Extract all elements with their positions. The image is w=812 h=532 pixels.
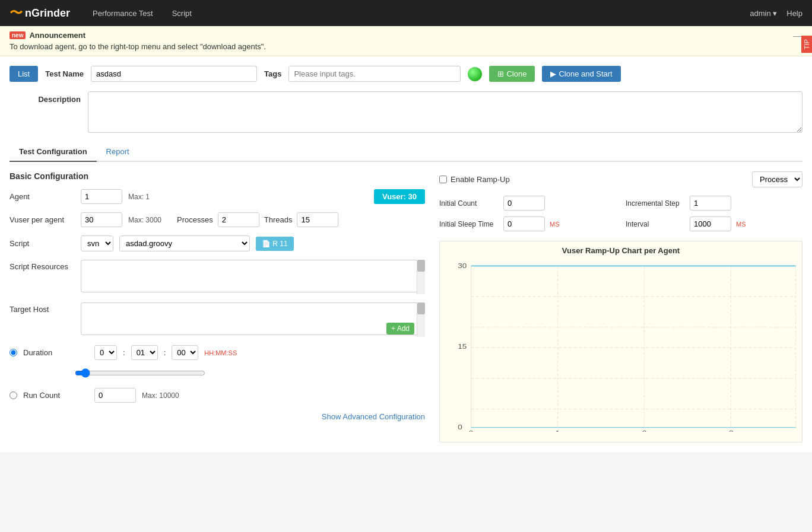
svg-text:0: 0 (469, 429, 474, 432)
agent-row: Agent Max: 1 Vuser: 30 (9, 189, 425, 204)
clone-icon: ⊞ (497, 69, 504, 78)
interval-group: Interval MS (626, 216, 803, 231)
time-format-label: HH:MM:SS (204, 349, 237, 356)
vuser-badge: Vuser: 30 (374, 189, 425, 204)
duration-hours-select[interactable]: 0 (94, 345, 117, 360)
initial-sleep-ms-label: MS (550, 221, 560, 228)
clone-and-start-button[interactable]: ▶ Clone and Start (542, 66, 620, 82)
chart-area: 30 15 0 (445, 260, 797, 432)
initial-count-group: Initial Count (439, 196, 616, 211)
script-name-select[interactable]: asdad.groovy (119, 235, 250, 251)
duration-row: Duration 0 : 01 : 00 HH:MM:SS (9, 345, 425, 360)
duration-label: Duration (23, 348, 88, 357)
ramp-up-checkbox-group: Enable Ramp-Up (439, 175, 510, 184)
ramp-up-chart: Vuser Ramp-Up Chart per Agent 30 15 0 (439, 241, 803, 442)
interval-input[interactable] (690, 216, 731, 231)
chart-svg: 30 15 0 (445, 260, 797, 432)
navbar: 〜 nGrinder Performance Test Script admin… (0, 0, 812, 26)
threads-input[interactable] (297, 212, 338, 227)
vuser-per-agent-max-label: Max: 3000 (128, 216, 161, 224)
admin-menu[interactable]: admin ▾ (750, 9, 777, 18)
nav-links: Performance Test Script (84, 2, 750, 25)
run-count-row: Run Count Max: 10000 (9, 388, 425, 403)
chart-title: Vuser Ramp-Up Chart per Agent (445, 246, 797, 255)
ramp-type-select[interactable]: Process Thread (752, 171, 803, 187)
agent-input[interactable] (81, 189, 122, 204)
description-label: Description (9, 91, 81, 104)
announcement-message: To download agent, go to the right-top m… (9, 42, 803, 51)
initial-count-label: Initial Count (439, 199, 499, 208)
script-resources-textarea[interactable] (81, 260, 425, 292)
duration-seconds-select[interactable]: 00 (172, 345, 198, 360)
script-resources-row: Script Resources (9, 260, 425, 294)
clone-label: Clone (506, 69, 526, 78)
run-count-label: Run Count (23, 391, 88, 400)
processes-input[interactable] (218, 212, 259, 227)
tip-label[interactable]: TIP (801, 36, 812, 53)
tab-report[interactable]: Report (97, 142, 139, 162)
vuser-per-agent-input[interactable] (81, 212, 122, 227)
colon-2: : (164, 348, 166, 357)
main-content: List Test Name Tags ⊞ Clone ▶ Clone and … (0, 56, 812, 452)
initial-count-input[interactable] (503, 196, 545, 211)
add-host-button[interactable]: + Add (386, 323, 414, 335)
help-link[interactable]: Help (786, 9, 803, 18)
svg-text:2: 2 (642, 429, 647, 432)
file-icon: 📄 (262, 240, 271, 248)
clone-start-label: Clone and Start (559, 69, 612, 78)
tags-input[interactable] (288, 66, 461, 82)
agent-label: Agent (9, 192, 75, 201)
duration-slider[interactable] (75, 368, 205, 378)
description-row: Description (9, 91, 803, 133)
play-icon: ▶ (550, 69, 556, 78)
test-name-input[interactable] (91, 66, 257, 82)
script-type-select[interactable]: svn (81, 235, 113, 251)
nav-script[interactable]: Script (164, 2, 200, 25)
duration-radio[interactable] (9, 349, 17, 356)
nav-performance-test[interactable]: Performance Test (84, 2, 161, 25)
list-button[interactable]: List (9, 66, 38, 82)
processes-group: Processes Threads (177, 212, 338, 227)
svg-text:3: 3 (729, 429, 734, 432)
run-count-input[interactable] (94, 388, 136, 403)
show-advanced-link[interactable]: Show Advanced Configuration (9, 412, 425, 421)
svg-text:1: 1 (556, 429, 560, 432)
tags-label: Tags (264, 69, 281, 78)
top-form-row: List Test Name Tags ⊞ Clone ▶ Clone and … (9, 66, 803, 82)
target-host-scrollbar[interactable] (417, 302, 425, 337)
initial-sleep-input[interactable] (503, 216, 545, 231)
duration-minutes-select[interactable]: 01 (131, 345, 158, 360)
logo-icon: 〜 (9, 4, 23, 22)
enable-ramp-up-checkbox[interactable] (439, 176, 447, 183)
duration-slider-row (75, 368, 425, 380)
config-right-panel: Enable Ramp-Up Process Thread Initial Co… (439, 171, 803, 442)
interval-ms-label: MS (736, 221, 746, 228)
script-resources-scrollbar[interactable] (417, 260, 425, 294)
status-indicator (468, 67, 482, 81)
target-host-label: Target Host (9, 302, 75, 314)
initial-sleep-label: Initial Sleep Time (439, 220, 499, 228)
incremental-step-label: Incremental Step (626, 199, 685, 208)
clone-button[interactable]: ⊞ Clone (489, 66, 535, 82)
colon-1: : (123, 348, 125, 357)
svg-text:15: 15 (458, 343, 467, 351)
tab-test-configuration[interactable]: Test Configuration (9, 142, 97, 162)
description-textarea[interactable] (88, 91, 803, 133)
test-name-label: Test Name (45, 69, 84, 78)
interval-label: Interval (626, 220, 685, 228)
announcement-title: new Announcement (9, 31, 803, 40)
ramp-up-fields: Initial Count Incremental Step Initial S… (439, 196, 803, 231)
navbar-right: admin ▾ Help (750, 9, 803, 18)
new-badge: new (9, 31, 26, 39)
brand-name: nGrinder (25, 7, 70, 20)
script-revision-button[interactable]: 📄 R 11 (256, 237, 294, 251)
target-host-area: + Add (81, 302, 425, 337)
target-host-textarea[interactable] (81, 302, 425, 335)
initial-sleep-group: Initial Sleep Time MS (439, 216, 616, 231)
run-count-radio[interactable] (9, 391, 17, 399)
vuser-per-agent-label: Vuser per agent (9, 215, 75, 224)
vuser-per-agent-row: Vuser per agent Max: 3000 Processes Thre… (9, 212, 425, 227)
incremental-step-input[interactable] (690, 196, 731, 211)
script-label: Script (9, 239, 75, 248)
ramp-up-header-row: Enable Ramp-Up Process Thread (439, 171, 803, 187)
